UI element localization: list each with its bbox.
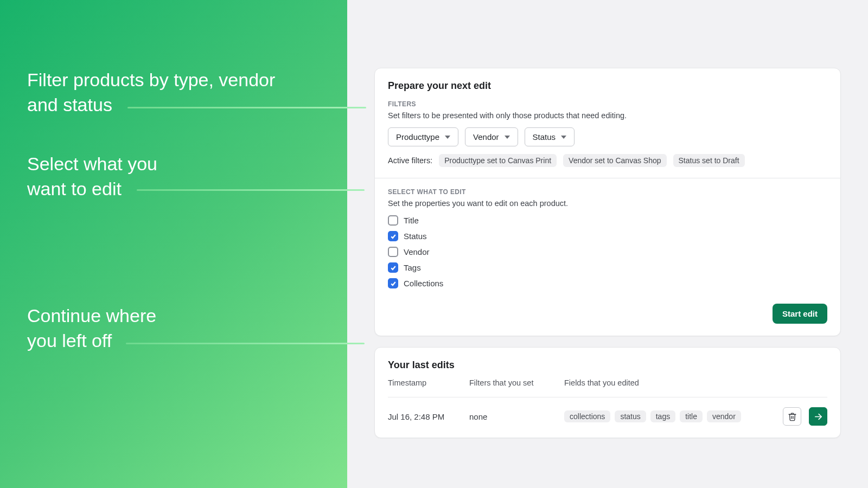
filters-subtext: Set filters to be presented with only th… [388, 111, 827, 120]
marketing-panel: Filter products by type, vendor and stat… [0, 0, 347, 488]
callout-select: Select what you want to edit [27, 152, 168, 202]
resume-edit-button[interactable] [809, 407, 827, 426]
option-tags[interactable]: Tags [388, 262, 827, 273]
vendor-dropdown[interactable]: Vendor [465, 127, 518, 146]
option-collections[interactable]: Collections [388, 278, 827, 288]
delete-edit-button[interactable] [783, 407, 801, 426]
divider [375, 178, 840, 178]
option-vendor[interactable]: Vendor [388, 247, 827, 257]
active-filters-label: Active filters: [388, 156, 432, 165]
trash-icon [788, 412, 797, 421]
field-pill: collections [564, 410, 610, 422]
field-pill: tags [650, 410, 675, 422]
select-subtext: Set the properties you want to edit on e… [388, 199, 827, 208]
dropdown-label: Vendor [473, 132, 499, 142]
start-edit-button[interactable]: Start edit [773, 304, 827, 324]
cell-fields: collections status tags title vendor [564, 410, 746, 422]
prepare-edit-card: Prepare your next edit FILTERS Set filte… [374, 68, 841, 336]
option-label: Collections [404, 279, 443, 288]
checkbox-icon [388, 262, 398, 273]
dropdown-label: Producttype [396, 132, 439, 142]
arrow-right-icon [814, 412, 823, 421]
checkbox-icon [388, 231, 398, 241]
last-edits-card: Your last edits Timestamp Filters that y… [374, 347, 841, 438]
field-pill: status [615, 410, 646, 422]
chevron-down-icon [505, 136, 510, 139]
option-label: Tags [404, 263, 421, 272]
app-area: Prepare your next edit FILTERS Set filte… [347, 0, 868, 488]
active-filter-pill[interactable]: Producttype set to Canvas Print [439, 154, 557, 167]
last-edit-row: Jul 16, 2:48 PM none collections status … [388, 397, 827, 426]
producttype-dropdown[interactable]: Producttype [388, 127, 458, 146]
cell-timestamp: Jul 16, 2:48 PM [388, 412, 469, 421]
option-label: Status [404, 232, 427, 241]
callout-filter: Filter products by type, vendor and stat… [27, 68, 298, 118]
col-fields: Fields that you edited [564, 378, 746, 387]
select-caption: SELECT WHAT TO EDIT [388, 188, 827, 196]
col-filters: Filters that you set [469, 378, 564, 387]
dropdown-label: Status [533, 132, 556, 142]
active-filter-pill[interactable]: Vendor set to Canvas Shop [563, 154, 666, 167]
field-pill: vendor [707, 410, 741, 422]
status-dropdown[interactable]: Status [525, 127, 575, 146]
connector-line [137, 189, 365, 191]
option-title[interactable]: Title [388, 215, 827, 226]
last-edits-title: Your last edits [388, 359, 827, 371]
chevron-down-icon [445, 136, 450, 139]
active-filters: Active filters: Producttype set to Canva… [388, 154, 827, 167]
last-edits-header: Timestamp Filters that you set Fields th… [388, 378, 827, 390]
cell-filters: none [469, 412, 564, 421]
checkbox-icon [388, 215, 398, 226]
chevron-down-icon [561, 136, 566, 139]
prepare-title: Prepare your next edit [388, 80, 827, 92]
active-filter-pill[interactable]: Status set to Draft [673, 154, 745, 167]
field-pill: title [680, 410, 703, 422]
connector-line [127, 107, 366, 108]
option-label: Vendor [404, 247, 430, 256]
edit-options-list: Title Status Vendor Tags Collections [388, 215, 827, 288]
checkbox-icon [388, 247, 398, 257]
callout-continue: Continue where you left off [27, 304, 168, 354]
option-label: Title [404, 216, 419, 225]
checkbox-icon [388, 278, 398, 288]
option-status[interactable]: Status [388, 231, 827, 241]
connector-line [126, 343, 365, 344]
filters-caption: FILTERS [388, 100, 827, 108]
col-timestamp: Timestamp [388, 378, 469, 387]
